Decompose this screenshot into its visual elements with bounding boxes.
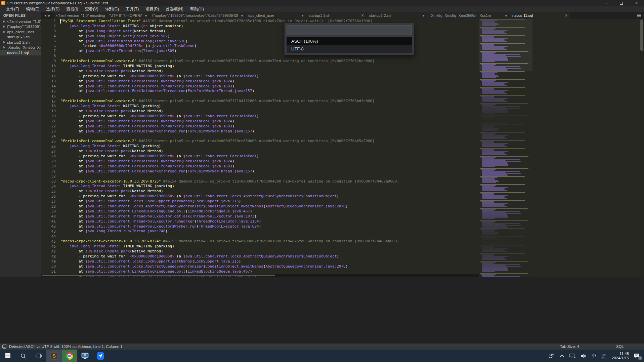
taskbar-app-lark[interactable]: [93, 350, 108, 362]
network-icon[interactable]: [569, 353, 576, 359]
code-area[interactable]: "MySQL Statement Cancellation Timer" #46…: [60, 19, 479, 277]
sublime-logo-icon: S: [1, 1, 5, 5]
tab-close-icon[interactable]: ✕: [565, 14, 568, 17]
tab-scroll-left-icon[interactable]: ◀: [44, 14, 46, 17]
minimap-line: [482, 234, 499, 234]
minimap-line: [482, 263, 494, 264]
horizontal-scrollbar[interactable]: [41, 274, 479, 277]
ime-language-indicator[interactable]: 中: [592, 353, 596, 359]
minimap-line: [482, 134, 494, 134]
taskbar-app-chrome[interactable]: [62, 350, 77, 362]
tab-label: -Xmx5g -Xms5g -Xmn3560m -Xss1m: [430, 13, 502, 17]
tab-modified-dot-icon[interactable]: ●: [241, 14, 243, 17]
tab[interactable]: nacos-11.sql✕: [510, 12, 570, 19]
open-file-item[interactable]: dps_client_user: [0, 29, 41, 35]
start-button[interactable]: [0, 350, 15, 362]
menu-item-0[interactable]: 文件(F): [3, 6, 23, 12]
tab-scroll-right-icon[interactable]: ▶: [48, 14, 50, 17]
open-files-list: <?xml version="1.0" enc{"appkey":"183209…: [0, 19, 41, 55]
tab-scroll-arrows[interactable]: ◀ ▶: [41, 12, 54, 19]
tab[interactable]: -Xmx5g -Xms5g -Xmn3560m -Xss1m●: [427, 12, 510, 19]
taskbar-clock[interactable]: 11:48 2024/1/15: [612, 352, 629, 360]
ime-pinyin-indicator[interactable]: 拼: [601, 353, 607, 359]
panel-toggle-icon[interactable]: [2, 345, 6, 349]
tab-overflow-menu-icon[interactable]: [634, 12, 644, 19]
taskbar-app-sublime[interactable]: S: [46, 350, 62, 362]
tab-modified-dot-icon[interactable]: ●: [422, 14, 425, 17]
people-icon[interactable]: [548, 353, 555, 359]
minimap-line: [481, 238, 496, 238]
clock-date: 2024/1/15: [612, 356, 629, 360]
sublime-text-icon: S: [50, 352, 58, 360]
menu-item-2[interactable]: 选择(S): [43, 6, 63, 12]
minimap-line: [482, 239, 494, 239]
menu-item-4[interactable]: 查看(V): [82, 6, 102, 12]
open-file-item[interactable]: -Xmx5g -Xms5g -Xmn356: [0, 45, 41, 50]
code-line: at sun.misc.Unsafe.park(Native Method): [61, 149, 479, 154]
code-line: "ForkJoinPool.commonPool-worker-6" #4616…: [61, 59, 479, 64]
minimap-line: [479, 103, 640, 103]
minimap-line: [479, 207, 640, 208]
tab[interactable]: startup1-3.sh✕: [306, 12, 367, 19]
menu-item-8[interactable]: 首选项(N): [162, 6, 187, 12]
line-number: 28: [41, 154, 56, 159]
open-file-item[interactable]: <?xml version="1.0" enc: [0, 19, 41, 24]
minimap-line: [481, 262, 496, 263]
quick-panel-input[interactable]: [287, 25, 412, 35]
tab-close-icon[interactable]: ✕: [361, 14, 364, 17]
horizontal-scrollbar-thumb[interactable]: [42, 275, 275, 276]
notification-center-button[interactable]: 1: [634, 353, 640, 359]
quick-panel-item[interactable]: ASCII (100%): [287, 37, 412, 45]
minimap-line: [482, 218, 495, 219]
volume-icon[interactable]: [581, 353, 587, 359]
open-file-label: -Xmx5g -Xms5g -Xmn356: [7, 45, 41, 49]
minimap-line: [482, 83, 505, 84]
menu-item-3[interactable]: 查找(I): [63, 6, 81, 12]
window-title: C:\Users\zhuozegang\Desktop\nacos-11.sql…: [7, 1, 108, 5]
tab[interactable]: <?xml version="1.0" encoding = "UTF-8" ?…: [54, 12, 150, 19]
notification-badge: 1: [638, 356, 642, 360]
open-file-item[interactable]: startup2-2.sh: [0, 40, 41, 45]
open-file-item[interactable]: {"appkey":"183209","sessi: [0, 24, 41, 30]
minimap-line: [482, 171, 519, 172]
task-view-button[interactable]: [31, 350, 46, 362]
menu-item-5[interactable]: 转到(G): [102, 6, 122, 12]
line-number: 27: [41, 149, 56, 154]
minimap-line: [482, 136, 505, 136]
menu-item-6[interactable]: 工具(T): [122, 6, 142, 12]
open-file-item[interactable]: startup1-3.sh: [0, 35, 41, 40]
code-line: - locked <0x00000000e79df398> (a java.ut…: [61, 44, 479, 49]
menu-item-9[interactable]: 帮助(H): [187, 6, 207, 12]
modified-dot-icon: [3, 21, 5, 23]
minimap-line: [482, 145, 505, 146]
open-file-item[interactable]: nacos-11.sql: [0, 50, 41, 55]
tab[interactable]: startup2-2.sh●: [367, 12, 427, 19]
tab-label: {"appkey":"183209","sessionkey":"0a5a434…: [152, 13, 238, 17]
quick-panel-item[interactable]: UTF-8: [287, 45, 412, 53]
vertical-scrollbar-thumb[interactable]: [640, 19, 643, 51]
vertical-scrollbar[interactable]: [640, 19, 644, 277]
tab-modified-dot-icon[interactable]: ●: [505, 14, 507, 17]
minimap-line: [482, 90, 508, 91]
taskbar-app-remote-desktop[interactable]: [77, 350, 93, 362]
tab-modified-dot-icon[interactable]: ●: [145, 14, 147, 17]
minimap-line: [482, 119, 519, 119]
minimap-line: [482, 126, 495, 126]
tab-modified-dot-icon[interactable]: ●: [301, 14, 304, 17]
maximize-button[interactable]: [614, 0, 629, 6]
minimap-line: [482, 121, 521, 121]
tab[interactable]: {"appkey":"183209","sessionkey":"0a5a434…: [150, 12, 246, 19]
tab[interactable]: dps_client_user●: [246, 12, 306, 19]
line-number: 38: [41, 204, 56, 209]
minimize-button[interactable]: [599, 0, 614, 6]
minimap[interactable]: [479, 19, 640, 277]
close-button[interactable]: ✕: [629, 0, 644, 6]
menu-item-7[interactable]: 项目(P): [142, 6, 162, 12]
tab-size-indicator[interactable]: Tab Size: 4: [560, 345, 579, 349]
chevron-up-icon[interactable]: [560, 354, 564, 357]
minimap-line: [482, 146, 507, 147]
search-button[interactable]: [15, 350, 31, 362]
syntax-indicator[interactable]: SQL: [616, 345, 624, 349]
menu-item-1[interactable]: 编辑(E): [23, 6, 43, 12]
line-number: 4: [41, 34, 56, 39]
